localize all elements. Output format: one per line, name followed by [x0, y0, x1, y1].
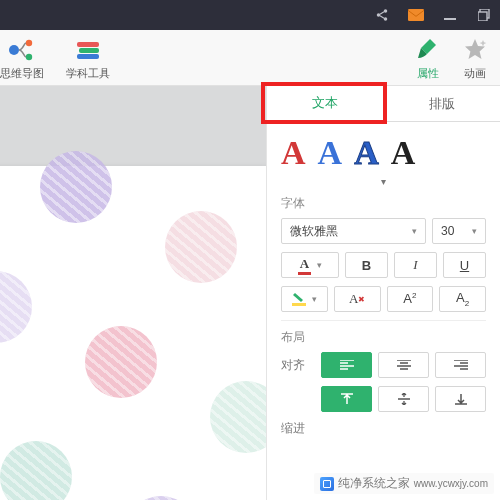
indent-label: 缩进 [281, 420, 315, 437]
font-family-select[interactable]: 微软雅黑▾ [281, 218, 426, 244]
ribbon-item-mindmap[interactable]: 思维导图 [0, 36, 44, 81]
clear-format-button[interactable]: A✖ [334, 286, 381, 312]
align-left-button[interactable] [321, 352, 372, 378]
bold-button[interactable]: B [345, 252, 388, 278]
side-panel: 文本 排版 A A A A ▾ 字体 微软雅黑▾ 30▾ [266, 86, 500, 500]
star-icon [462, 36, 488, 64]
valign-bottom-button[interactable] [435, 386, 486, 412]
svg-point-0 [384, 9, 388, 12]
minimize-icon[interactable] [442, 7, 458, 23]
ribbon: 思维导图 学科工具 属性 动画 [0, 30, 500, 86]
watermark-text: 纯净系统之家 www.ycwxjy.com [338, 475, 488, 492]
align-center-button[interactable] [378, 352, 429, 378]
decorative-dot [210, 381, 266, 453]
svg-rect-11 [79, 48, 99, 53]
ribbon-label: 动画 [464, 66, 486, 81]
subscript-button[interactable]: A2 [439, 286, 486, 312]
ribbon-item-subject-tools[interactable]: 学科工具 [66, 36, 110, 81]
mail-icon[interactable] [408, 7, 424, 23]
svg-point-1 [377, 13, 381, 17]
font-color-button[interactable]: A ▾ [281, 252, 339, 278]
font-size-value: 30 [441, 224, 454, 238]
italic-button[interactable]: I [394, 252, 437, 278]
style-preset[interactable]: A [281, 136, 306, 170]
slide-sheet[interactable] [0, 166, 266, 500]
style-preset[interactable]: A [354, 136, 379, 170]
layout-section-title: 布局 [281, 329, 486, 346]
ribbon-item-attributes[interactable]: 属性 [416, 36, 440, 81]
decorative-dot [85, 326, 157, 398]
share-icon[interactable] [374, 7, 390, 23]
tab-label: 文本 [312, 94, 338, 112]
decorative-dot [0, 441, 72, 500]
superscript-button[interactable]: A2 [387, 286, 434, 312]
tab-text[interactable]: 文本 [267, 86, 384, 122]
svg-rect-13 [292, 303, 306, 306]
text-style-presets: A A A A [281, 132, 486, 178]
restore-icon[interactable] [476, 7, 492, 23]
align-right-button[interactable] [435, 352, 486, 378]
watermark-logo-icon [320, 477, 334, 491]
underline-button[interactable]: U [443, 252, 486, 278]
svg-point-9 [26, 54, 32, 60]
canvas-area[interactable] [0, 86, 266, 500]
watermark: 纯净系统之家 www.ycwxjy.com [314, 473, 494, 494]
workspace: 文本 排版 A A A A ▾ 字体 微软雅黑▾ 30▾ [0, 86, 500, 500]
side-tabs: 文本 排版 [267, 86, 500, 122]
svg-rect-4 [444, 18, 456, 20]
svg-rect-10 [77, 42, 99, 47]
ribbon-label: 思维导图 [0, 66, 44, 81]
highlight-button[interactable]: ▾ [281, 286, 328, 312]
ribbon-item-animation[interactable]: 动画 [462, 36, 488, 81]
align-label: 对齐 [281, 357, 315, 374]
style-preset[interactable]: A [391, 136, 416, 170]
decorative-dot [40, 151, 112, 223]
decorative-dot [0, 271, 32, 343]
valign-top-button[interactable] [321, 386, 372, 412]
tab-label: 排版 [429, 95, 455, 113]
style-preset[interactable]: A [318, 136, 343, 170]
font-size-select[interactable]: 30▾ [432, 218, 486, 244]
brush-icon [416, 36, 440, 64]
svg-rect-12 [77, 54, 99, 59]
ribbon-label: 属性 [417, 66, 439, 81]
books-icon [75, 36, 101, 64]
svg-point-2 [384, 17, 388, 21]
text-styles-section: A A A A ▾ 字体 微软雅黑▾ 30▾ A ▾ B [267, 122, 500, 449]
font-family-value: 微软雅黑 [290, 223, 338, 240]
tab-layout[interactable]: 排版 [384, 86, 501, 122]
svg-point-8 [26, 40, 32, 46]
decorative-dot [165, 211, 237, 283]
mindmap-icon [7, 36, 37, 64]
svg-point-7 [9, 45, 19, 55]
expand-icon[interactable]: ▾ [281, 176, 486, 187]
svg-rect-6 [478, 12, 487, 21]
font-section-title: 字体 [281, 195, 486, 212]
ribbon-label: 学科工具 [66, 66, 110, 81]
titlebar [0, 0, 500, 30]
font-color-icon: A [298, 256, 311, 275]
valign-middle-button[interactable] [378, 386, 429, 412]
decorative-dot [125, 496, 197, 500]
svg-rect-3 [408, 9, 424, 21]
